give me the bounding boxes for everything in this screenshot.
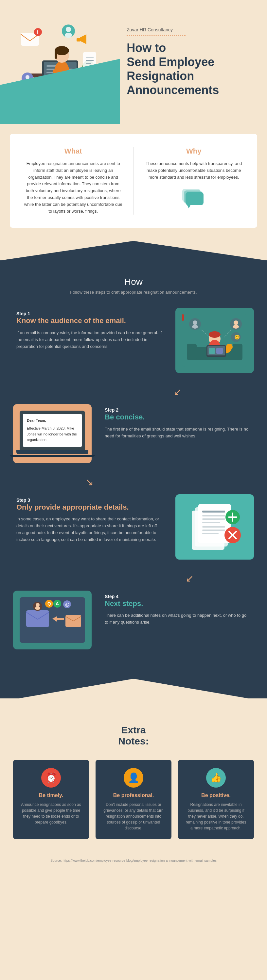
step-3-desc: In some cases, an employee may want to s… xyxy=(16,516,162,543)
svg-point-56 xyxy=(193,320,197,325)
svg-rect-53 xyxy=(209,348,215,354)
dotted-divider xyxy=(126,35,185,36)
page-title: How to Send Employee Resignation Announc… xyxy=(126,41,254,97)
arrow-1: ↙ xyxy=(13,386,254,398)
light-triangle xyxy=(0,679,267,698)
how-section: How Follow these steps to craft appropri… xyxy=(0,260,267,678)
svg-text:!: ! xyxy=(37,29,38,35)
triangle-shape xyxy=(0,241,267,260)
positive-desc: Resignations are inevitable in business,… xyxy=(185,802,247,831)
svg-rect-38 xyxy=(185,192,203,205)
why-text: These announcements help with transparen… xyxy=(144,161,245,181)
step-4-row: Step 4 Next steps. There can be addition… xyxy=(13,590,254,649)
extra-notes-title: ExtraNotes: xyxy=(13,715,254,753)
source-bar: Source: https://www.thejub.com/employee-… xyxy=(0,856,267,865)
step-4-text: Step 4 Next steps. There can be addition… xyxy=(101,590,254,629)
svg-rect-75 xyxy=(202,533,219,534)
step-4-heading: Next steps. xyxy=(105,599,251,609)
what-text: Employee resignation announcements are s… xyxy=(23,161,124,215)
svg-rect-42 xyxy=(187,344,197,360)
why-title: Why xyxy=(144,147,245,156)
svg-point-91 xyxy=(36,603,40,607)
step-2-text: Step 2 Be concise. The first line of the… xyxy=(101,404,254,442)
step-2-row: Step 2 Be concise. The first line of the… xyxy=(13,404,254,463)
step-1-number: Step 1 xyxy=(16,311,162,316)
arrow-2: ↘ xyxy=(13,476,254,488)
what-why-container: What Employee resignation announcements … xyxy=(10,134,257,228)
svg-text:Q: Q xyxy=(48,601,51,606)
why-box: Why These announcements help with transp… xyxy=(141,144,248,218)
header-section: ! Zuvar HR Consultancy How to Send Emplo… xyxy=(0,0,267,124)
svg-text:@: @ xyxy=(65,602,69,607)
svg-point-26 xyxy=(65,33,72,38)
step-2-number: Step 2 xyxy=(105,407,251,412)
timely-icon: ⏰ xyxy=(41,768,61,788)
svg-marker-27 xyxy=(80,34,86,44)
professional-heading: Be professional. xyxy=(102,792,165,799)
what-box: What Employee resignation announcements … xyxy=(20,144,127,218)
company-name: Zuvar HR Consultancy xyxy=(126,27,254,32)
svg-rect-73 xyxy=(202,526,225,528)
svg-rect-72 xyxy=(202,522,220,523)
step-3-number: Step 3 xyxy=(16,498,162,503)
svg-point-34 xyxy=(26,75,29,79)
svg-point-59 xyxy=(233,320,238,325)
header-illustration: ! xyxy=(0,0,120,124)
what-why-section: What Employee resignation announcements … xyxy=(0,124,267,228)
svg-rect-12 xyxy=(54,51,57,59)
positive-heading: Be positive. xyxy=(185,792,247,799)
how-title: How xyxy=(13,277,254,287)
extra-notes-section: ExtraNotes: ⏰ Be timely. Announce resign… xyxy=(0,698,267,856)
step-3-row: Step 3 Only provide appropriate details.… xyxy=(13,494,254,560)
svg-rect-70 xyxy=(202,515,225,517)
step-1-illustration: 😊 xyxy=(175,308,254,373)
svg-point-92 xyxy=(35,607,40,610)
notes-grid: ⏰ Be timely. Announce resignations as so… xyxy=(13,760,254,839)
svg-point-45 xyxy=(209,331,221,338)
step-3-text: Step 3 Only provide appropriate details.… xyxy=(13,494,166,547)
header-text-area: Zuvar HR Consultancy How to Send Employe… xyxy=(120,0,267,124)
chat-icon xyxy=(144,187,245,212)
note-timely: ⏰ Be timely. Announce resignations as so… xyxy=(13,760,89,839)
svg-marker-39 xyxy=(187,205,190,208)
svg-text:A: A xyxy=(56,601,59,606)
what-title: What xyxy=(23,147,124,156)
step-1-text: Step 1 Know the audience of the email. I… xyxy=(13,308,166,353)
transition-back xyxy=(0,679,267,698)
step-3-illustration xyxy=(175,494,254,560)
step-4-number: Step 4 xyxy=(105,594,251,599)
step-1-desc: If an email is company-wide, the informa… xyxy=(16,329,162,350)
step-1-heading: Know the audience of the email. xyxy=(16,316,162,326)
email-line1: Dear Team, xyxy=(27,418,78,424)
timely-heading: Be timely. xyxy=(20,792,82,799)
svg-point-25 xyxy=(66,27,71,32)
positive-icon: 👍 xyxy=(206,768,226,788)
svg-point-57 xyxy=(192,325,198,329)
professional-icon: 👤 xyxy=(124,768,143,788)
note-professional: 👤 Be professional. Don't include persona… xyxy=(96,760,171,839)
svg-rect-71 xyxy=(202,519,225,520)
step-2-heading: Be concise. xyxy=(105,412,251,422)
svg-point-60 xyxy=(233,325,239,329)
svg-text:😊: 😊 xyxy=(234,334,240,340)
svg-rect-46 xyxy=(182,314,184,321)
step-2-illustration: Dear Team, Effective March 8, 2023, Mike… xyxy=(13,404,92,463)
section-divider xyxy=(133,147,134,215)
svg-rect-83 xyxy=(26,610,49,627)
professional-desc: Don't include personal issues or grievan… xyxy=(102,802,165,831)
svg-rect-54 xyxy=(216,348,223,354)
step-1-row: Step 1 Know the audience of the email. I… xyxy=(13,308,254,373)
source-text: Source: https://www.thejub.com/employee-… xyxy=(50,859,216,862)
step-3-heading: Only provide appropriate details. xyxy=(16,503,162,512)
spacer-1 xyxy=(0,228,267,241)
mountain-transition xyxy=(0,241,267,260)
step-2-desc: The first line of the email should state… xyxy=(105,426,251,440)
svg-rect-43 xyxy=(233,344,243,360)
how-subtitle: Follow these steps to craft appropriate … xyxy=(13,290,254,295)
email-line2: Effective March 8, 2023, Mike Jones will… xyxy=(27,426,78,443)
svg-rect-28 xyxy=(77,38,80,41)
arrow-3: ↙ xyxy=(13,573,254,584)
svg-rect-74 xyxy=(202,530,225,531)
step-4-illustration: Q A @ xyxy=(13,590,92,649)
note-positive: 👍 Be positive. Resignations are inevitab… xyxy=(178,760,254,839)
